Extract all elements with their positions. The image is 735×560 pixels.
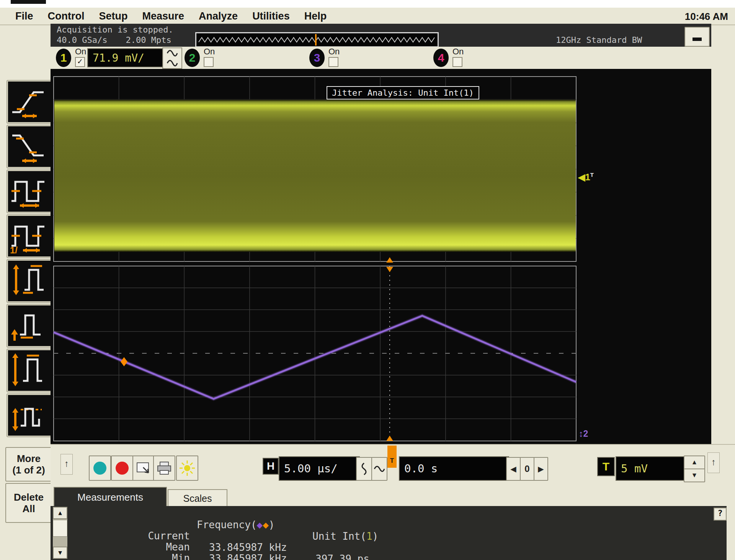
- minimize-icon: [693, 38, 702, 41]
- measure-frequency-button[interactable]: 1/: [7, 215, 52, 258]
- tab-scales[interactable]: Scales: [168, 489, 227, 507]
- more-button[interactable]: More (1 of 2): [5, 447, 52, 482]
- measure-rise-time-button[interactable]: [7, 80, 52, 123]
- rise-time-icon: [8, 82, 49, 120]
- base-icon: [8, 305, 49, 344]
- trigger-cursor-icon[interactable]: ↑: [707, 452, 720, 473]
- step-forward-button[interactable]: ▶: [534, 457, 548, 481]
- vertical-squiggle-icon: [361, 462, 367, 475]
- brightness-button[interactable]: [176, 456, 198, 481]
- print-button[interactable]: [153, 456, 175, 481]
- channel-1-coupling-button[interactable]: [162, 47, 182, 69]
- acquisition-position-bar[interactable]: [195, 32, 439, 47]
- pulse-width-icon: [8, 395, 49, 433]
- save-image-icon: [136, 460, 152, 476]
- channel-4-badge[interactable]: 4: [433, 49, 449, 67]
- trigger-level-display[interactable]: 5 mV: [616, 456, 688, 481]
- step-back-button[interactable]: ◀: [506, 457, 521, 481]
- stop-icon: [114, 460, 130, 476]
- measure-base-button[interactable]: [7, 304, 52, 347]
- waveform-display[interactable]: Jitter Analysis: Unit Int(1) ◀1T ↕2: [51, 69, 711, 444]
- measurement-table: Frequency(◆◆) Unit Int(1) Current 33.845…: [119, 508, 617, 560]
- save-image-button[interactable]: [132, 456, 155, 481]
- table-row: Min 33.845987 kHz 387.86 ps: [119, 541, 617, 552]
- menu-item-utilities[interactable]: Utilities: [252, 10, 290, 22]
- top-strip: [0, 0, 735, 8]
- channel-2-on-label: On: [204, 47, 215, 57]
- sine-icon: [167, 60, 178, 67]
- channel-2-badge[interactable]: 2: [185, 49, 200, 67]
- run-icon: [92, 460, 108, 476]
- ground-marker[interactable]: ◀1T: [578, 171, 594, 183]
- memory-depth: 2.00 Mpts: [126, 35, 171, 45]
- trigger-position-flag[interactable]: T: [387, 446, 397, 468]
- channel-4-checkbox[interactable]: [452, 57, 462, 67]
- amplitude-icon: [8, 261, 49, 299]
- position-display[interactable]: 0.0 s: [399, 456, 509, 481]
- run-button[interactable]: [89, 456, 111, 481]
- menu-bar: File Control Setup Measure Analyze Utili…: [0, 8, 735, 25]
- timebase-fine-button[interactable]: [356, 457, 372, 481]
- channel-1-scale-display[interactable]: 71.9 mV/: [87, 48, 163, 67]
- timebase-display[interactable]: 5.00 µs/: [279, 456, 360, 481]
- minimize-button[interactable]: [684, 27, 710, 47]
- menu-item-measure[interactable]: Measure: [142, 10, 185, 22]
- table-row: Current 33.845987 kHz 397.39 ps: [119, 519, 617, 530]
- scrollbar[interactable]: ▲ ▼: [53, 507, 67, 559]
- upper-graticule: [54, 77, 576, 261]
- status-bar: Acquisition is stopped. 40.0 GSa/s2.00 M…: [51, 24, 711, 47]
- sine-icon: [374, 466, 385, 472]
- channel-1-on-label: On: [75, 47, 86, 57]
- menu-item-analyze[interactable]: Analyze: [199, 10, 238, 22]
- table-row: Max 33.845987 kHz 413.64 ps: [119, 552, 617, 560]
- help-button[interactable]: ?: [714, 508, 727, 521]
- sample-rate: 40.0 GSa/s: [57, 35, 107, 45]
- frequency-icon: 1/: [8, 216, 49, 254]
- measure-fall-time-button[interactable]: [7, 125, 52, 168]
- delete-all-button[interactable]: Delete All: [5, 483, 52, 523]
- scroll-down-button[interactable]: ▼: [53, 547, 67, 559]
- measure-period-button[interactable]: [7, 170, 52, 213]
- stop-button[interactable]: [111, 456, 133, 481]
- timebase-coarse-button[interactable]: [371, 457, 387, 481]
- horizontal-badge: H: [263, 458, 279, 475]
- channel-3-badge[interactable]: 3: [309, 49, 325, 67]
- jitter-title: Jitter Analysis: Unit Int(1): [327, 86, 479, 100]
- measure-amplitude-button[interactable]: [7, 260, 52, 302]
- sine-icon: [167, 50, 178, 57]
- channel-1-badge[interactable]: 1: [56, 49, 71, 67]
- scroll-up-button[interactable]: ▲: [53, 507, 67, 519]
- measure-pulse-width-button[interactable]: [7, 394, 52, 437]
- top-icon: [8, 350, 49, 389]
- clock: 10:46 AM: [685, 11, 728, 23]
- bandwidth-label: 12GHz Standard BW: [556, 35, 642, 45]
- lower-graticule: [54, 266, 576, 441]
- trend-marker[interactable]: ↕2: [579, 429, 588, 439]
- menu-item-setup[interactable]: Setup: [99, 10, 128, 22]
- tab-bar: Measurements Scales: [51, 486, 735, 506]
- measurement-header-row: Frequency(◆◆) Unit Int(1): [119, 508, 617, 519]
- channel-row: 1 On ✓ 71.9 mV/ 2 On 3 On 4 On: [51, 47, 711, 69]
- channel-3-checkbox[interactable]: [328, 57, 338, 67]
- scroll-thumb[interactable]: [53, 520, 67, 537]
- measure-top-button[interactable]: [7, 349, 52, 392]
- trigger-badge: T: [597, 457, 615, 476]
- menu-item-help[interactable]: Help: [304, 10, 327, 22]
- channel1-trace-band: [54, 100, 576, 252]
- channel-1-checkbox[interactable]: ✓: [75, 57, 85, 67]
- channel-3-on-label: On: [328, 47, 340, 57]
- zero-button[interactable]: 0: [520, 457, 534, 481]
- cursor-up-icon[interactable]: ↑: [60, 454, 73, 475]
- spinner-up[interactable]: ▲: [684, 456, 705, 469]
- spinner-down[interactable]: ▼: [684, 469, 705, 482]
- table-row: Mean 33.845987 kHz 400.7700 ps: [119, 530, 617, 541]
- fall-time-icon: [8, 126, 49, 165]
- channel-2-checkbox[interactable]: [204, 57, 214, 67]
- toolbar: ↑ H 5.00 µs/: [51, 444, 735, 487]
- period-icon: [8, 171, 49, 209]
- acquisition-status: Acquisition is stopped.: [57, 25, 173, 34]
- menu-item-file[interactable]: File: [15, 10, 33, 22]
- sun-icon: [179, 460, 196, 477]
- menu-item-control[interactable]: Control: [48, 10, 85, 22]
- tab-measurements[interactable]: Measurements: [54, 487, 167, 507]
